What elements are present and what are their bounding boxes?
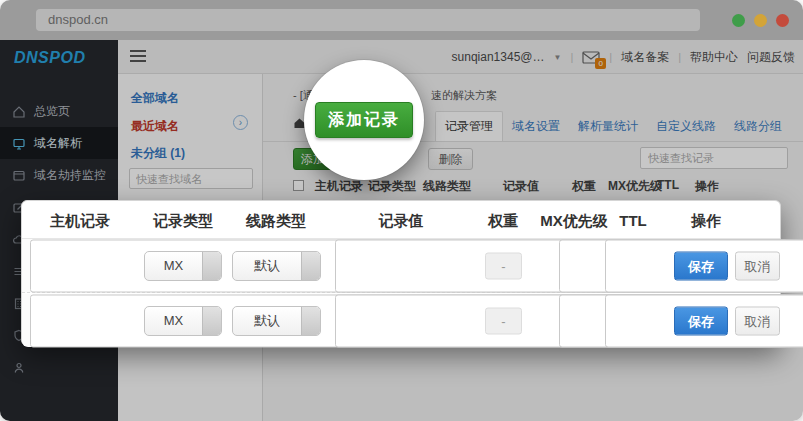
record-row-2: MX 默认 - 保存 取消 xyxy=(22,294,780,347)
select-handle-icon xyxy=(202,307,221,335)
browser-window: dnspod.cn DNSPOD 总览页 域名解析 xyxy=(0,0,803,421)
browser-chrome: dnspod.cn xyxy=(0,0,803,40)
select-handle-icon xyxy=(301,307,320,335)
line-type-select[interactable]: 默认 xyxy=(232,251,321,281)
popup-table-header: 主机记录 记录类型 线路类型 记录值 权重 MX优先级 TTL 操作 xyxy=(22,201,780,239)
green-light-icon[interactable] xyxy=(732,14,745,27)
address-bar[interactable]: dnspod.cn xyxy=(36,9,700,31)
cancel-button[interactable]: 取消 xyxy=(735,251,780,280)
record-type-select[interactable]: MX xyxy=(144,306,222,336)
select-handle-icon xyxy=(301,252,320,280)
cancel-button[interactable]: 取消 xyxy=(735,306,780,335)
line-type-select[interactable]: 默认 xyxy=(232,306,321,336)
magnifier-bubble: 添加记录 xyxy=(304,60,424,180)
red-light-icon[interactable] xyxy=(776,14,789,27)
yellow-light-icon[interactable] xyxy=(754,14,767,27)
record-edit-popup: 主机记录 记录类型 线路类型 记录值 权重 MX优先级 TTL 操作 MX 默认… xyxy=(21,200,781,346)
weight-field: - xyxy=(485,252,522,279)
add-record-button-magnified[interactable]: 添加记录 xyxy=(315,102,413,138)
record-row-1: MX 默认 - 保存 取消 xyxy=(22,239,780,293)
save-button[interactable]: 保存 xyxy=(674,306,728,335)
window-controls xyxy=(732,14,789,27)
weight-field: - xyxy=(485,307,522,334)
select-handle-icon xyxy=(202,252,221,280)
save-button[interactable]: 保存 xyxy=(674,251,728,280)
record-type-select[interactable]: MX xyxy=(144,251,222,281)
